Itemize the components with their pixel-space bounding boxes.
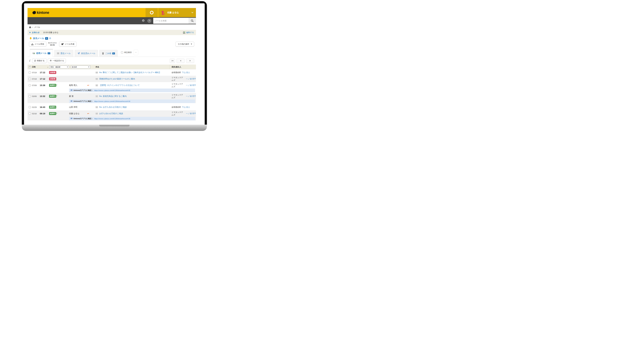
- gear-icon[interactable]: [142, 19, 145, 22]
- mail-subject-link[interactable]: お打ち合わせ日程のご相談: [99, 112, 123, 115]
- sender-person-link[interactable]: 一ノ瀬 周平: [186, 78, 196, 80]
- status-filter-select[interactable]: 状況・確認者: [49, 65, 69, 68]
- help-icon[interactable]: ?: [147, 19, 151, 23]
- transfer-record-link[interactable]: https://xxxxx.cybozu.com/k/139/show#reco…: [94, 100, 130, 102]
- row-checkbox[interactable]: [29, 106, 31, 108]
- tab-processing[interactable]: 処理メール7: [30, 49, 53, 57]
- first-page-icon: [172, 60, 172, 62]
- first-page-button[interactable]: [170, 58, 175, 63]
- mail-envelope-icon: [96, 106, 98, 108]
- assigned-mail-row: 担当メール 1 件: [28, 35, 196, 40]
- compose-mail-label: メール作成: [65, 43, 75, 46]
- delete-button[interactable]: 削除する: [32, 58, 47, 63]
- mail-list: 07/1917:12(未処理)Re: 弊社〇〇に関してご面談のお願い【株式会社ス…: [28, 69, 196, 120]
- app-toolbar: ?: [28, 17, 196, 24]
- bulk-setting-label: 一括設定する: [53, 60, 64, 62]
- last-received-time: 最終受信時刻 13:31: [48, 42, 57, 46]
- assigned-mail-link[interactable]: 担当メール: [33, 37, 44, 40]
- assignee-name: 山田 祥司: [69, 106, 78, 108]
- row-checkbox[interactable]: [29, 95, 31, 97]
- row-checkbox[interactable]: [29, 72, 31, 74]
- select-caret-icon: [67, 67, 68, 68]
- laptop-bezel: kintone: [22, 1, 207, 125]
- app-header: kintone: [28, 8, 196, 17]
- receive-mail-button[interactable]: メール受信: [29, 42, 46, 46]
- body-display-toggle: 本文表示 ◀▶: [121, 50, 138, 55]
- next-page-icon: [190, 60, 191, 62]
- tab-label: 受信メール: [61, 52, 71, 55]
- mail-time: 09:19: [40, 112, 45, 115]
- sort-desc-icon[interactable]: ↓: [47, 66, 48, 68]
- transfer-record-link[interactable]: https://xxxxx.cybozu.com/k/139/show#reco…: [94, 90, 130, 91]
- assigned-count-badge: 1: [45, 37, 48, 40]
- transfer-record-link[interactable]: https://xxxxx.cybozu.com/k/139/show#reco…: [94, 118, 130, 120]
- laptop-base: [22, 125, 207, 131]
- list-actions-row: 削除する 一括設定する: [28, 57, 196, 65]
- sender-company: ミヤタシステムズ: [172, 76, 185, 82]
- tab-inbox[interactable]: 受信メール: [54, 50, 74, 57]
- mail-envelope-icon: [96, 78, 98, 80]
- bulk-setting-button[interactable]: 一括設定する: [48, 58, 66, 63]
- tab-label: 処理メール: [36, 52, 47, 54]
- mail-time: 16:43: [40, 106, 45, 108]
- mail-date: 07/19: [32, 72, 37, 74]
- search-icon: [191, 19, 194, 22]
- sender-person-link[interactable]: 一ノ瀬 周平: [186, 112, 196, 115]
- sender-company: ミヤタシステムズ: [172, 94, 185, 99]
- mail-subject-link[interactable]: 【質問】ログイン/ログアウトの方法について: [99, 84, 140, 87]
- home-icon[interactable]: [29, 26, 31, 28]
- prev-page-button[interactable]: [177, 58, 185, 63]
- mail-subject-link[interactable]: Re: 新発売商品に関するご案内: [99, 95, 127, 98]
- kintone-logo[interactable]: kintone: [32, 10, 49, 15]
- expand-triangle-icon[interactable]: [30, 32, 31, 33]
- mail-subject-link[interactable]: Re: 弊社〇〇に関してご面談のお願い【株式会社スペバルグー 峰松】: [99, 71, 161, 74]
- sender-person-link[interactable]: 一ノ瀬 周平: [186, 95, 196, 98]
- row-checkbox[interactable]: [29, 84, 31, 86]
- status-star-icon: *: [57, 95, 57, 98]
- sender-person-link[interactable]: 下山 達士: [182, 71, 190, 74]
- notice-link[interactable]: お知らせ: [32, 31, 40, 34]
- kintone-transfer-bar: kintoneのアプリに転記：https://xxxxx.cybozu.com/…: [69, 100, 195, 103]
- mail-envelope-icon: [96, 72, 98, 74]
- sender-person-link[interactable]: 下山 達士: [182, 106, 190, 108]
- tab-label: ごみ箱: [105, 52, 111, 55]
- row-checkbox[interactable]: [29, 112, 31, 114]
- select-caret-icon: [88, 67, 89, 68]
- body-display-checkbox[interactable]: [121, 52, 123, 54]
- transfer-label: kintoneのアプリに転記：: [74, 118, 93, 120]
- assignee-name: 佐藤 はるな: [69, 112, 80, 115]
- compose-mail-button[interactable]: メール作成: [59, 42, 77, 46]
- more-actions-button[interactable]: その他の操作: [176, 42, 194, 46]
- comment-icon: [71, 90, 73, 91]
- notice-bar: お知らせ 13:33 佐藤 はるな 編集する: [28, 30, 196, 35]
- sender-company: ミヤタシステムズ: [172, 83, 185, 88]
- search-button[interactable]: [189, 18, 196, 24]
- search-input[interactable]: [153, 18, 189, 24]
- app-launcher-button[interactable]: [146, 8, 158, 17]
- user-name: 佐藤 はるな: [167, 11, 179, 14]
- assignee-filter-label: 担当者: [72, 66, 77, 68]
- mail-subject-link[interactable]: Re: お打ち合わせ日程のご相談: [99, 106, 127, 108]
- mail-time: 15:38: [40, 84, 45, 86]
- last-received-value: 13:31: [48, 44, 57, 46]
- edit-notice-label: 編集する: [186, 31, 194, 34]
- row-checkbox[interactable]: [29, 78, 31, 80]
- tabs-row: 処理メール7受信メール送信済みメールごみ箱1 本文表示 ◀▶: [28, 49, 196, 57]
- assignee-filter-select[interactable]: 担当者: [71, 65, 90, 68]
- mail-icon: [57, 52, 60, 54]
- receive-icon: [31, 43, 34, 45]
- status-badge: (未処理): [49, 78, 56, 80]
- breadcrumb: > メール: [28, 24, 196, 30]
- col-subject: 件名: [91, 66, 170, 68]
- mail-subject-link[interactable]: 業務効率化のための最新ツールのご案内: [99, 78, 135, 80]
- edit-notice-button[interactable]: 編集する: [183, 31, 194, 34]
- select-all-checkbox[interactable]: ✓: [29, 66, 31, 68]
- sender-person-link[interactable]: 一ノ瀬 周平: [186, 84, 196, 87]
- tab-sent[interactable]: 送信済みメール: [75, 50, 98, 57]
- mail-row: 07/0915:38(処理中)*相馬 理人↩【質問】ログイン/ログアウトの方法に…: [28, 82, 196, 92]
- avatar-cat-icon: [161, 10, 165, 15]
- comment-icon: [71, 100, 73, 102]
- next-page-button[interactable]: [186, 58, 194, 63]
- tab-trash[interactable]: ごみ箱1: [99, 50, 118, 57]
- user-menu[interactable]: 佐藤 はるな: [158, 8, 196, 17]
